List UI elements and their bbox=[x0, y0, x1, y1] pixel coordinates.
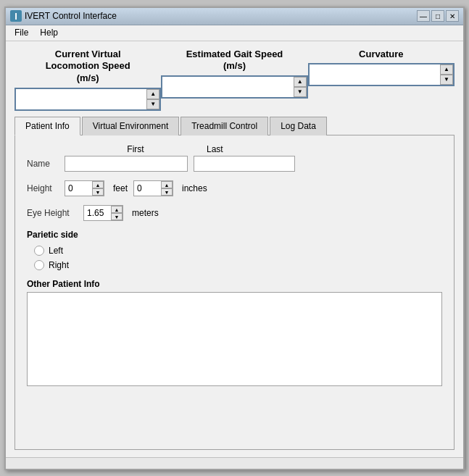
menu-help[interactable]: Help bbox=[34, 26, 64, 39]
height-row: Height ▲ ▼ feet ▲ ▼ bbox=[27, 180, 442, 196]
radio-left[interactable]: Left bbox=[34, 246, 442, 256]
curvature-input[interactable] bbox=[308, 63, 455, 86]
height-inches-up[interactable]: ▲ bbox=[161, 181, 173, 188]
curvature-label: Curvature bbox=[359, 49, 403, 61]
eye-height-unit-label: meters bbox=[132, 208, 159, 218]
current-virtual-speed-block: Current Virtual Locomotion Speed (m/s) ▲… bbox=[14, 49, 161, 112]
restore-button[interactable]: □ bbox=[431, 10, 444, 22]
estimated-gait-speed-spin: ▲ ▼ bbox=[294, 77, 307, 97]
eye-height-up[interactable]: ▲ bbox=[111, 206, 123, 213]
curvature-input-container: ▲ ▼ bbox=[308, 63, 455, 86]
radio-right-circle[interactable] bbox=[34, 260, 44, 270]
parietic-side-title: Parietic side bbox=[27, 230, 442, 240]
main-window: I IVERT Control Interface — □ ✕ File Hel… bbox=[4, 7, 465, 470]
last-column-header: Last bbox=[207, 144, 308, 154]
first-name-input[interactable] bbox=[65, 156, 188, 172]
title-bar-left: I IVERT Control Interface bbox=[10, 10, 117, 22]
tab-treadmill-control[interactable]: Treadmill Control bbox=[180, 117, 268, 135]
current-virtual-speed-input[interactable] bbox=[14, 88, 161, 111]
estimated-gait-speed-input-container: ▲ ▼ bbox=[161, 75, 307, 99]
content-area: Current Virtual Locomotion Speed (m/s) ▲… bbox=[6, 41, 463, 457]
height-inches-down[interactable]: ▼ bbox=[161, 188, 173, 196]
curvature-block: Curvature ▲ ▼ bbox=[308, 49, 455, 87]
tab-virtual-environment[interactable]: Virtual Environment bbox=[82, 117, 180, 135]
last-name-input[interactable] bbox=[194, 156, 295, 172]
height-feet-down[interactable]: ▼ bbox=[92, 188, 104, 196]
eye-height-label: Eye Height bbox=[27, 208, 78, 218]
height-feet-wrapper: ▲ ▼ bbox=[65, 180, 104, 196]
radio-left-circle[interactable] bbox=[34, 246, 44, 256]
inches-unit-label: inches bbox=[182, 183, 207, 193]
name-label: Name bbox=[27, 159, 59, 169]
other-info-label: Other Patient Info bbox=[27, 279, 442, 289]
radio-right[interactable]: Right bbox=[34, 260, 442, 270]
name-row: Name bbox=[27, 156, 442, 172]
estimated-gait-speed-down[interactable]: ▼ bbox=[294, 87, 307, 97]
tab-log-data[interactable]: Log Data bbox=[270, 117, 327, 135]
eye-height-wrapper: ▲ ▼ bbox=[83, 205, 123, 221]
menu-file[interactable]: File bbox=[9, 26, 34, 39]
current-virtual-speed-spin: ▲ ▼ bbox=[146, 89, 159, 109]
title-bar: I IVERT Control Interface — □ ✕ bbox=[6, 8, 463, 25]
current-virtual-speed-up[interactable]: ▲ bbox=[146, 89, 159, 99]
menu-bar: File Help bbox=[6, 25, 463, 41]
tab-patient-info[interactable]: Patient Info bbox=[14, 117, 80, 135]
estimated-gait-speed-block: Estimated Gait Speed (m/s) ▲ ▼ bbox=[161, 49, 307, 99]
eye-height-down[interactable]: ▼ bbox=[111, 213, 123, 220]
height-feet-up[interactable]: ▲ bbox=[92, 181, 104, 188]
estimated-gait-speed-label: Estimated Gait Speed (m/s) bbox=[186, 49, 283, 73]
app-icon: I bbox=[10, 10, 22, 22]
current-virtual-speed-down[interactable]: ▼ bbox=[146, 99, 159, 109]
window-title: IVERT Control Interface bbox=[25, 11, 117, 21]
height-inches-spin: ▲ ▼ bbox=[161, 181, 173, 196]
height-feet-spin: ▲ ▼ bbox=[92, 181, 104, 196]
height-inches-wrapper: ▲ ▼ bbox=[133, 180, 173, 196]
other-info-textarea[interactable] bbox=[27, 292, 442, 386]
tabs-container: Patient Info Virtual Environment Treadmi… bbox=[14, 117, 455, 449]
first-column-header: First bbox=[70, 144, 201, 154]
eye-height-row: Eye Height ▲ ▼ meters bbox=[27, 205, 442, 221]
status-bar bbox=[6, 457, 463, 469]
minimize-button[interactable]: — bbox=[417, 10, 430, 22]
tab-content-patient-info: First Last Name Height ▲ bbox=[14, 135, 455, 449]
tab-header: Patient Info Virtual Environment Treadmi… bbox=[14, 117, 455, 135]
height-label: Height bbox=[27, 183, 59, 193]
curvature-up[interactable]: ▲ bbox=[440, 64, 453, 75]
name-column-headers: First Last bbox=[27, 144, 442, 154]
estimated-gait-speed-input[interactable] bbox=[161, 75, 307, 99]
parietic-side-radio-group: Left Right bbox=[34, 246, 442, 270]
name-inputs bbox=[65, 156, 295, 172]
current-virtual-speed-label: Current Virtual Locomotion Speed (m/s) bbox=[46, 49, 130, 85]
feet-unit-label: feet bbox=[113, 183, 128, 193]
estimated-gait-speed-up[interactable]: ▲ bbox=[294, 77, 307, 87]
radio-left-label: Left bbox=[49, 246, 63, 256]
title-controls: — □ ✕ bbox=[417, 10, 459, 22]
close-button[interactable]: ✕ bbox=[446, 10, 459, 22]
curvature-down[interactable]: ▼ bbox=[440, 75, 453, 85]
current-virtual-speed-input-container: ▲ ▼ bbox=[14, 88, 161, 111]
speed-section: Current Virtual Locomotion Speed (m/s) ▲… bbox=[14, 49, 455, 112]
curvature-spin: ▲ ▼ bbox=[440, 64, 453, 85]
eye-height-spin: ▲ ▼ bbox=[111, 206, 123, 220]
radio-right-label: Right bbox=[49, 260, 69, 270]
